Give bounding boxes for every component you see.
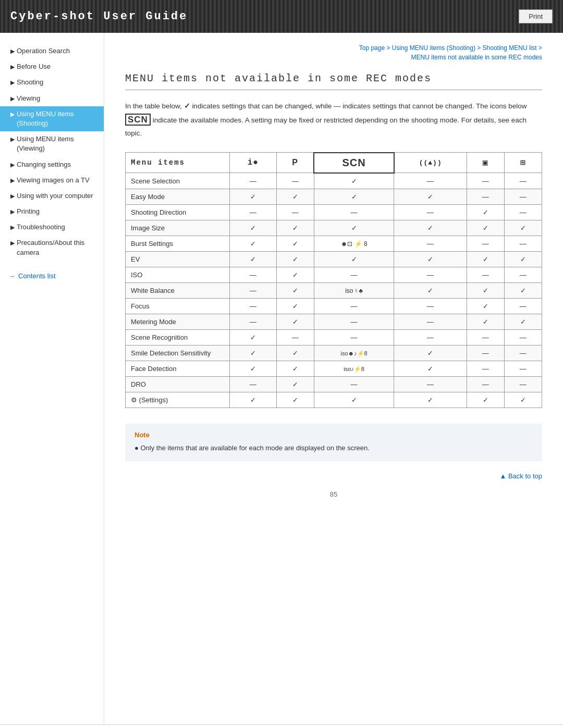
print-button[interactable]: Print bbox=[519, 9, 553, 23]
cell-col4: — bbox=[394, 329, 467, 345]
contents-list-label: Contents list bbox=[18, 272, 56, 280]
sidebar-item-4[interactable]: ▶Using MENU items (Shooting) bbox=[0, 106, 104, 131]
sidebar-label: Printing bbox=[17, 207, 40, 216]
cell-ia: ✓ bbox=[230, 251, 277, 267]
col-menu-items: Menu items bbox=[126, 153, 230, 173]
arrow-icon: ▶ bbox=[10, 110, 15, 118]
arrow-icon: ▶ bbox=[10, 47, 15, 55]
cell-scn: iso♪⚡8 bbox=[314, 361, 394, 376]
cell-col6: — bbox=[504, 361, 542, 376]
sidebar-item-5[interactable]: ▶Using MENU items (Viewing) bbox=[0, 131, 104, 156]
contents-list-link[interactable]: → Contents list bbox=[0, 269, 104, 283]
cell-scn: ☻⊡ ⚡ 8 bbox=[314, 236, 394, 251]
cell-col6: — bbox=[504, 173, 542, 189]
sidebar-item-9[interactable]: ▶Printing bbox=[0, 204, 104, 219]
breadcrumb: Top page > Using MENU items (Shooting) >… bbox=[125, 43, 542, 62]
arrow-icon: ▶ bbox=[10, 135, 15, 143]
cell-col6: — bbox=[504, 376, 542, 392]
cell-scn: — bbox=[314, 204, 394, 220]
cell-scn: ✓ bbox=[314, 251, 394, 267]
cell-col5: — bbox=[467, 329, 504, 345]
note-title: Note bbox=[134, 431, 533, 439]
sidebar-label: Using MENU items (Shooting) bbox=[17, 109, 97, 128]
cell-col4: — bbox=[394, 298, 467, 314]
cell-p: ✓ bbox=[276, 220, 314, 236]
desc-part2: indicates settings that can be changed, … bbox=[192, 102, 332, 110]
sidebar-item-1[interactable]: ▶Before Use bbox=[0, 59, 104, 75]
breadcrumb-using-menu[interactable]: Using MENU items (Shooting) bbox=[392, 44, 475, 52]
sidebar-item-2[interactable]: ▶Shooting bbox=[0, 75, 104, 90]
cell-ia: ✓ bbox=[230, 220, 277, 236]
cell-col4: ✓ bbox=[394, 189, 467, 204]
cell-scn: ✓ bbox=[314, 392, 394, 408]
cell-name: Image Size bbox=[126, 220, 230, 236]
table-row: Scene Recognition ✓ — — — — — bbox=[126, 329, 542, 345]
cell-ia: — bbox=[230, 298, 277, 314]
sidebar-label: Changing settings bbox=[17, 160, 71, 169]
cell-col6: — bbox=[504, 189, 542, 204]
sidebar-item-3[interactable]: ▶Viewing bbox=[0, 91, 104, 106]
cell-col6: ✓ bbox=[504, 314, 542, 329]
sidebar-item-8[interactable]: ▶Using with your computer bbox=[0, 188, 104, 204]
cell-col4: — bbox=[394, 236, 467, 251]
cell-p: — bbox=[276, 204, 314, 220]
table-row: Scene Selection — — ✓ — — — bbox=[126, 173, 542, 189]
dash-symbol: — bbox=[334, 102, 342, 110]
col-6: ⊞ bbox=[504, 153, 542, 173]
breadcrumb-current[interactable]: MENU items not available in some REC mod… bbox=[411, 54, 542, 61]
arrow-icon: ▶ bbox=[10, 161, 15, 169]
cell-p: ✓ bbox=[276, 361, 314, 376]
cell-scn: — bbox=[314, 329, 394, 345]
cell-col4: ✓ bbox=[394, 282, 467, 298]
cell-ia: — bbox=[230, 314, 277, 329]
sidebar: ▶Operation Search▶Before Use▶Shooting▶Vi… bbox=[0, 33, 104, 724]
sidebar-item-10[interactable]: ▶Troubleshooting bbox=[0, 219, 104, 235]
breadcrumb-shooting-menu[interactable]: Shooting MENU list bbox=[483, 44, 537, 52]
cell-ia: ✓ bbox=[230, 392, 277, 408]
cell-col6: — bbox=[504, 236, 542, 251]
back-to-top-link[interactable]: ▲ Back to top bbox=[499, 472, 542, 480]
cell-col4: — bbox=[394, 314, 467, 329]
cell-p: ✓ bbox=[276, 298, 314, 314]
sidebar-item-6[interactable]: ▶Changing settings bbox=[0, 157, 104, 172]
back-to-top: ▲ Back to top bbox=[125, 472, 542, 480]
cell-scn: ✓ bbox=[314, 173, 394, 189]
desc-part1: In the table below, bbox=[125, 102, 182, 110]
cell-col6: — bbox=[504, 267, 542, 282]
breadcrumb-top[interactable]: Top page bbox=[359, 44, 385, 52]
table-row: Face Detection ✓ ✓ iso♪⚡8 ✓ — — bbox=[126, 361, 542, 376]
breadcrumb-sep2: > bbox=[477, 44, 482, 52]
cell-ia: — bbox=[230, 267, 277, 282]
table-row: Focus — ✓ — — ✓ — bbox=[126, 298, 542, 314]
sidebar-item-11[interactable]: ▶Precautions/About this camera bbox=[0, 235, 104, 260]
cell-col6: — bbox=[504, 345, 542, 361]
arrow-icon: ▶ bbox=[10, 239, 15, 247]
sidebar-label: Troubleshooting bbox=[17, 223, 65, 232]
page-title: MENU items not available in some REC mod… bbox=[125, 72, 542, 90]
main-content: Top page > Using MENU items (Shooting) >… bbox=[104, 33, 563, 724]
cell-col5: — bbox=[467, 267, 504, 282]
arrow-icon: ▶ bbox=[10, 63, 15, 71]
arrow-icon: ▶ bbox=[10, 79, 15, 87]
sidebar-item-0[interactable]: ▶Operation Search bbox=[0, 43, 104, 59]
cell-ia: ✓ bbox=[230, 329, 277, 345]
cell-col5: ✓ bbox=[467, 314, 504, 329]
note-box: Note ● Only the items that are available… bbox=[125, 424, 542, 461]
page-number: 85 bbox=[125, 485, 542, 503]
table-row: Burst Settings ✓ ✓ ☻⊡ ⚡ 8 — — — bbox=[126, 236, 542, 251]
arrow-icon: ▶ bbox=[10, 224, 15, 231]
cell-col4: ✓ bbox=[394, 251, 467, 267]
cell-p: ✓ bbox=[276, 282, 314, 298]
sidebar-item-7[interactable]: ▶Viewing images on a TV bbox=[0, 172, 104, 188]
sidebar-label: Using with your computer bbox=[17, 191, 93, 201]
note-bullet-symbol: ● bbox=[134, 444, 140, 452]
col-scn: SCN bbox=[314, 153, 394, 173]
cell-name: Burst Settings bbox=[126, 236, 230, 251]
cell-col5: ✓ bbox=[467, 220, 504, 236]
cell-p: ✓ bbox=[276, 314, 314, 329]
menu-table: Menu items i● P SCN ((▲)) ▣ ⊞ Scene Sele… bbox=[125, 152, 542, 408]
arrow-icon: ▶ bbox=[10, 208, 15, 216]
cell-col4: — bbox=[394, 267, 467, 282]
cell-col6: ✓ bbox=[504, 251, 542, 267]
cell-col4: — bbox=[394, 376, 467, 392]
